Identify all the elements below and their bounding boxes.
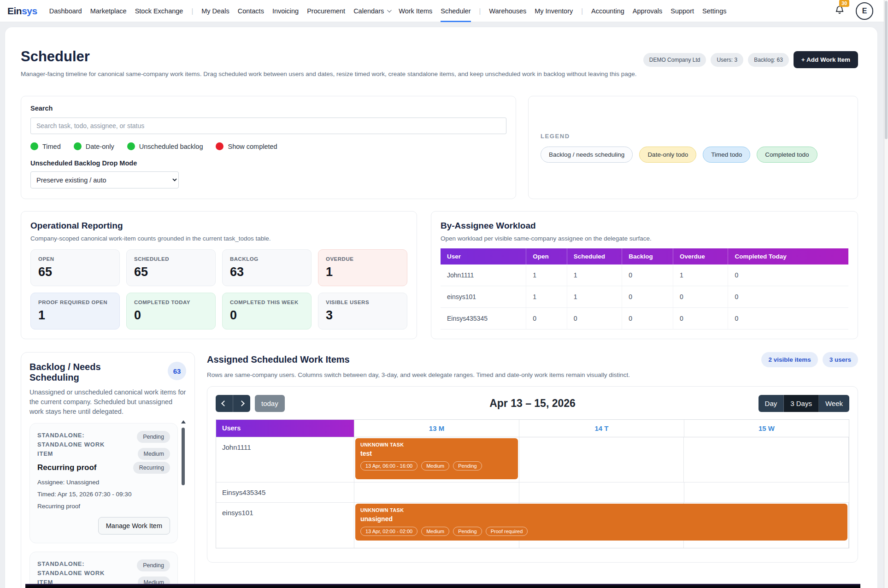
event-proof-pill: Proof required bbox=[486, 527, 528, 536]
user-row-einsys101: einsys101 UNKNOWN TASK unasigned 13 Apr,… bbox=[216, 503, 849, 548]
event-status-pill: Pending bbox=[453, 527, 482, 536]
assigned-header: Assigned Scheduled Work Items 2 visible … bbox=[207, 352, 858, 367]
nav-item-contacts[interactable]: Contacts bbox=[238, 0, 264, 22]
reports-row: Operational Reporting Company-scoped can… bbox=[21, 211, 858, 339]
work-item-title: Recurring proof bbox=[37, 463, 96, 472]
event-unasigned[interactable]: UNKNOWN TASK unasigned 13 Apr, 02:00 - 0… bbox=[355, 504, 847, 541]
backlog-work-item-card[interactable]: STANDALONE: STANDALONE WORK ITEM Pending… bbox=[29, 552, 178, 588]
nav-items: Dashboard Marketplace Stock Exchange | M… bbox=[49, 0, 727, 22]
scheduler-page: Scheduler Manager-facing timeline for ca… bbox=[5, 27, 878, 588]
nav-item-invoicing[interactable]: Invoicing bbox=[272, 0, 299, 22]
backlog-scrollbar[interactable] bbox=[181, 420, 186, 588]
nav-item-warehouses[interactable]: Warehouses bbox=[489, 0, 526, 22]
logo-part-1: Ein bbox=[7, 6, 22, 16]
day-header-14[interactable]: 14 T bbox=[519, 420, 684, 437]
nav-item-calendars[interactable]: Calendars bbox=[353, 0, 390, 22]
logo-part-2: sys bbox=[22, 6, 37, 16]
calendar-grid: Users 13 M 14 T 15 W John1111 UNKNOWN TA bbox=[216, 419, 849, 548]
nav-item-settings[interactable]: Settings bbox=[702, 0, 726, 22]
stat-visible-users-label: VISIBLE USERS bbox=[326, 300, 400, 305]
browser-scrollbar-thumb[interactable] bbox=[885, 1, 888, 139]
filter-toggles: Timed Date-only Unscheduled backlog Show… bbox=[30, 142, 506, 150]
next-button[interactable] bbox=[233, 395, 250, 412]
page-header: Scheduler Manager-facing timeline for ca… bbox=[21, 48, 858, 77]
cell-scheduled: 0 bbox=[567, 308, 622, 329]
view-3days-button[interactable]: 3 Days bbox=[784, 395, 819, 412]
stat-overdue: OVERDUE1 bbox=[318, 249, 407, 286]
unscheduled-backlog-dot-icon bbox=[127, 142, 135, 150]
nav-item-approvals[interactable]: Approvals bbox=[633, 0, 662, 22]
nav-item-support[interactable]: Support bbox=[670, 0, 694, 22]
event-test[interactable]: UNKNOWN TASK test 13 Apr, 06:00 - 16:00 … bbox=[355, 438, 518, 479]
event-time-pill: 13 Apr, 06:00 - 16:00 bbox=[360, 461, 418, 470]
card-top: STANDALONE: STANDALONE WORK ITEM Pending… bbox=[37, 431, 170, 460]
stat-backlog-value: 63 bbox=[230, 265, 304, 279]
filter-show-completed[interactable]: Show completed bbox=[216, 142, 277, 150]
view-day-button[interactable]: Day bbox=[759, 395, 784, 412]
view-week-button[interactable]: Week bbox=[819, 395, 849, 412]
nav-item-my-inventory[interactable]: My Inventory bbox=[535, 0, 573, 22]
search-card: Search Timed Date-only Unscheduled backl… bbox=[21, 96, 516, 199]
notifications-button[interactable]: 30 bbox=[835, 5, 845, 17]
day-header-15[interactable]: 15 W bbox=[684, 420, 849, 437]
stat-backlog: BACKLOG63 bbox=[222, 249, 312, 286]
day-cell[interactable] bbox=[354, 482, 519, 502]
backlog-panel: Backlog / Needs Scheduling 63 Unassigned… bbox=[21, 352, 195, 588]
stat-proof-value: 1 bbox=[38, 308, 112, 323]
backlog-work-item-card[interactable]: STANDALONE: STANDALONE WORK ITEM Pending… bbox=[29, 423, 178, 543]
horizontal-scrollbar[interactable] bbox=[25, 584, 860, 588]
nav-item-procurement[interactable]: Procurement bbox=[307, 0, 345, 22]
user-avatar[interactable]: E bbox=[856, 2, 873, 20]
stat-overdue-value: 1 bbox=[326, 265, 400, 279]
filter-timed[interactable]: Timed bbox=[30, 142, 61, 150]
event-pills: 13 Apr, 02:00 - 02:00 Medium Pending Pro… bbox=[360, 527, 842, 536]
user-name: einsys101 bbox=[216, 503, 354, 548]
event-priority-pill: Medium bbox=[421, 461, 449, 470]
day-cell[interactable] bbox=[684, 482, 849, 502]
manage-work-item-button[interactable]: Manage Work Item bbox=[98, 517, 170, 535]
nav-separator: | bbox=[479, 7, 481, 15]
prev-button[interactable] bbox=[216, 395, 233, 412]
stat-scheduled-value: 65 bbox=[134, 265, 208, 279]
col-backlog: Backlog bbox=[622, 248, 673, 265]
day-area bbox=[354, 482, 849, 502]
filter-date-only[interactable]: Date-only bbox=[74, 142, 114, 150]
users-count-badge: Users: 3 bbox=[711, 53, 743, 67]
search-label: Search bbox=[30, 105, 506, 112]
einsys-logo[interactable]: Einsys bbox=[7, 6, 37, 17]
col-overdue: Overdue bbox=[673, 248, 728, 265]
add-work-item-button[interactable]: + Add Work Item bbox=[794, 51, 858, 68]
scroll-up-arrow-icon[interactable] bbox=[181, 420, 186, 423]
nav-item-scheduler[interactable]: Scheduler bbox=[441, 0, 470, 22]
nav-item-accounting[interactable]: Accounting bbox=[591, 0, 624, 22]
day-cell[interactable] bbox=[684, 437, 849, 482]
nav-item-dashboard[interactable]: Dashboard bbox=[49, 0, 82, 22]
nav-item-my-deals[interactable]: My Deals bbox=[201, 0, 229, 22]
timed-dot-icon bbox=[30, 142, 38, 150]
search-input[interactable] bbox=[30, 118, 506, 134]
nav-item-stock-exchange[interactable]: Stock Exchange bbox=[135, 0, 183, 22]
nav-item-work-items[interactable]: Work Items bbox=[399, 0, 432, 22]
scrollbar-thumb[interactable] bbox=[182, 428, 185, 485]
day-cell[interactable] bbox=[519, 482, 684, 502]
backlog-count-circle: 63 bbox=[168, 362, 186, 380]
cell-completed-today: 0 bbox=[728, 265, 848, 286]
nav-item-marketplace[interactable]: Marketplace bbox=[90, 0, 127, 22]
recurring-badge: Recurring bbox=[133, 462, 170, 474]
day-cell[interactable] bbox=[519, 437, 684, 482]
cell-open: 1 bbox=[526, 286, 567, 308]
backlog-drop-mode-select[interactable]: Preserve existing / auto bbox=[30, 171, 179, 188]
day-header-13[interactable]: 13 M bbox=[354, 420, 519, 437]
stat-overdue-label: OVERDUE bbox=[326, 256, 400, 262]
filter-date-only-label: Date-only bbox=[86, 143, 114, 150]
show-completed-dot-icon bbox=[216, 142, 223, 150]
browser-scrollbar-track[interactable] bbox=[884, 0, 888, 588]
stat-scheduled: SCHEDULED65 bbox=[126, 249, 216, 286]
legend-pill-completed: Completed todo bbox=[757, 147, 817, 163]
today-button[interactable]: today bbox=[255, 395, 285, 412]
user-name: John1111 bbox=[216, 437, 354, 482]
table-row: John1111 1 1 0 1 0 bbox=[441, 265, 848, 286]
user-row-john1111: John1111 UNKNOWN TASK test 13 Apr, 06:00… bbox=[216, 437, 849, 482]
status-badge: Pending bbox=[137, 431, 170, 443]
filter-unscheduled-backlog[interactable]: Unscheduled backlog bbox=[127, 142, 203, 150]
